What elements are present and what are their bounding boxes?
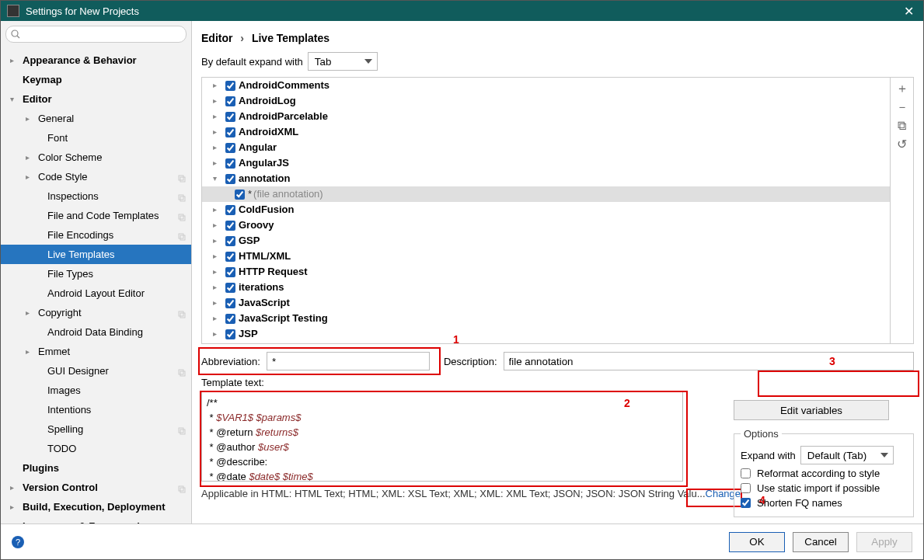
sidebar-item[interactable]: Editor bbox=[1, 89, 191, 109]
group-name: annotation bbox=[239, 172, 290, 186]
group-checkbox[interactable] bbox=[225, 267, 235, 277]
template-group[interactable]: HTTP Request bbox=[202, 264, 890, 280]
apply-button[interactable]: Apply bbox=[856, 532, 912, 552]
sidebar-item[interactable]: Code Style bbox=[1, 167, 191, 186]
template-group[interactable]: Groovy bbox=[202, 217, 890, 233]
svg-rect-6 bbox=[179, 234, 183, 238]
static-import-label: Use static import if possible bbox=[757, 482, 880, 494]
template-item[interactable]: * (file annotation) bbox=[202, 186, 890, 202]
sidebar-item[interactable]: Images bbox=[1, 381, 191, 400]
project-settings-icon bbox=[177, 192, 187, 201]
sidebar-item[interactable]: General bbox=[1, 109, 191, 128]
shorten-checkbox[interactable] bbox=[741, 498, 751, 508]
reformat-checkbox[interactable] bbox=[741, 468, 751, 478]
ok-button[interactable]: OK bbox=[729, 532, 785, 552]
arrow-icon bbox=[213, 110, 222, 123]
sidebar-item-label: Plugins bbox=[23, 461, 187, 475]
expand-select[interactable]: Tab bbox=[308, 52, 378, 71]
abbreviation-input[interactable] bbox=[267, 352, 430, 370]
group-checkbox[interactable] bbox=[225, 252, 235, 262]
group-checkbox[interactable] bbox=[225, 329, 235, 339]
template-group[interactable]: AndroidXML bbox=[202, 124, 890, 140]
sidebar-item-label: File Types bbox=[47, 266, 187, 281]
group-checkbox[interactable] bbox=[225, 81, 235, 91]
reformat-label: Reformat according to style bbox=[757, 468, 880, 479]
sidebar-item[interactable]: Intentions bbox=[1, 400, 191, 419]
sidebar-item[interactable]: Version Control bbox=[1, 478, 191, 497]
arrow-icon bbox=[213, 94, 222, 108]
group-checkbox[interactable] bbox=[225, 143, 235, 153]
sidebar-item-label: Emmet bbox=[38, 344, 187, 359]
group-name: JavaScript bbox=[239, 296, 290, 310]
template-group[interactable]: AndroidLog bbox=[202, 93, 890, 109]
group-checkbox[interactable] bbox=[225, 298, 235, 308]
template-group[interactable]: JavaScript Testing bbox=[202, 311, 890, 326]
sidebar-item[interactable]: Emmet bbox=[1, 342, 191, 361]
add-icon[interactable]: ＋ bbox=[896, 82, 908, 95]
group-checkbox[interactable] bbox=[225, 96, 235, 106]
group-checkbox[interactable] bbox=[225, 283, 235, 293]
sidebar-item[interactable]: Color Scheme bbox=[1, 148, 191, 167]
sidebar-item[interactable]: Languages & Frameworks bbox=[1, 517, 191, 523]
group-checkbox[interactable] bbox=[225, 205, 235, 215]
template-group[interactable]: annotation bbox=[202, 171, 890, 186]
sidebar-item[interactable]: Keymap bbox=[1, 70, 191, 89]
edit-variables-button[interactable]: Edit variables bbox=[734, 400, 889, 420]
group-name: HTTP Request bbox=[239, 265, 308, 279]
template-group[interactable]: AndroidParcelable bbox=[202, 109, 890, 124]
group-checkbox[interactable] bbox=[225, 314, 235, 324]
project-settings-icon bbox=[177, 231, 187, 240]
sidebar-item[interactable]: Appearance & Behavior bbox=[1, 50, 191, 70]
sidebar-item[interactable]: Font bbox=[1, 128, 191, 148]
description-input[interactable] bbox=[504, 352, 914, 370]
sidebar-item[interactable]: File Types bbox=[1, 264, 191, 283]
sidebar-item[interactable]: GUI Designer bbox=[1, 361, 191, 381]
template-group[interactable]: HTML/XML bbox=[202, 249, 890, 264]
sidebar-item[interactable]: Plugins bbox=[1, 458, 191, 478]
arrow-icon bbox=[213, 203, 222, 217]
sidebar-item[interactable]: Build, Execution, Deployment bbox=[1, 497, 191, 517]
template-group[interactable]: JSP bbox=[202, 326, 890, 342]
sidebar-item[interactable]: TODO bbox=[1, 439, 191, 458]
restore-icon[interactable]: ↺ bbox=[897, 138, 907, 151]
project-settings-icon bbox=[177, 367, 187, 376]
copy-icon[interactable]: ⧉ bbox=[898, 120, 906, 132]
group-checkbox[interactable] bbox=[225, 221, 235, 231]
group-checkbox[interactable] bbox=[225, 174, 235, 184]
group-checkbox[interactable] bbox=[225, 112, 235, 122]
template-group[interactable]: iterations bbox=[202, 280, 890, 295]
remove-icon[interactable]: － bbox=[896, 101, 908, 113]
settings-tree[interactable]: Appearance & BehaviorKeymapEditorGeneral… bbox=[1, 47, 191, 523]
group-checkbox[interactable] bbox=[225, 127, 235, 137]
template-text-area[interactable]: /** * $VAR1$ $params$ * @return $returns… bbox=[201, 391, 683, 482]
search-input[interactable] bbox=[5, 26, 187, 43]
template-group[interactable]: AndroidComments bbox=[202, 78, 890, 93]
template-group[interactable]: ColdFusion bbox=[202, 202, 890, 217]
sidebar-item[interactable]: Live Templates bbox=[1, 245, 191, 264]
sidebar-item[interactable]: Android Data Binding bbox=[1, 322, 191, 342]
sidebar-item[interactable]: Inspections bbox=[1, 186, 191, 206]
template-checkbox[interactable] bbox=[235, 190, 245, 200]
cancel-button[interactable]: Cancel bbox=[793, 532, 849, 552]
template-group[interactable]: Angular bbox=[202, 140, 890, 155]
breadcrumb-b: Live Templates bbox=[252, 32, 330, 44]
sidebar-item[interactable]: File Encodings bbox=[1, 225, 191, 245]
group-name: Groovy bbox=[239, 218, 274, 232]
expand-with-select[interactable]: Default (Tab) bbox=[800, 446, 894, 464]
template-group[interactable]: GSP bbox=[202, 233, 890, 249]
close-icon[interactable]: ✕ bbox=[901, 4, 917, 19]
sidebar-item-label: Color Scheme bbox=[38, 150, 187, 165]
group-checkbox[interactable] bbox=[225, 158, 235, 169]
project-settings-icon bbox=[177, 483, 187, 492]
sidebar-item[interactable]: Android Layout Editor bbox=[1, 283, 191, 303]
template-group[interactable]: AngularJS bbox=[202, 155, 890, 171]
templates-list[interactable]: AndroidCommentsAndroidLogAndroidParcelab… bbox=[202, 78, 890, 343]
sidebar-item[interactable]: Copyright bbox=[1, 303, 191, 322]
sidebar-item[interactable]: File and Code Templates bbox=[1, 206, 191, 225]
breadcrumb-a: Editor bbox=[201, 32, 232, 44]
group-checkbox[interactable] bbox=[225, 236, 235, 246]
template-group[interactable]: JavaScript bbox=[202, 295, 890, 311]
sidebar-item[interactable]: Spelling bbox=[1, 419, 191, 439]
static-import-checkbox[interactable] bbox=[741, 483, 751, 493]
help-icon[interactable]: ? bbox=[12, 536, 24, 548]
